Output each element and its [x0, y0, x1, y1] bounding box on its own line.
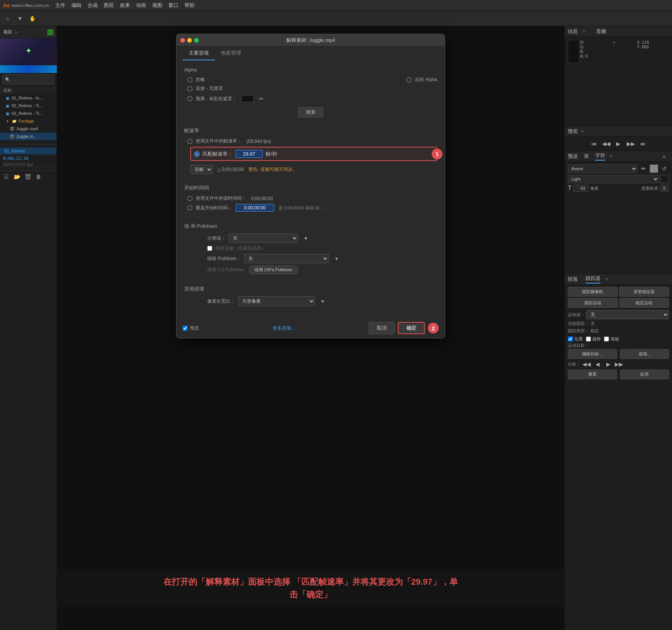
- tracker-section-wrapper: 段落 跟踪器 ≡ 跟踪摄像机 变形稳定器 跟踪运动 稳定运动 运动源： 无 当前…: [565, 274, 672, 381]
- more-options-btn[interactable]: 更多选项...: [273, 325, 295, 332]
- edit-target-btn[interactable]: 编辑目标...: [568, 349, 617, 359]
- rotation-check[interactable]: 旋转: [586, 336, 601, 342]
- menu-file[interactable]: 文件: [55, 2, 65, 9]
- options-btn[interactable]: 选项...: [620, 349, 669, 359]
- pick-matte-color-btn[interactable]: ✏: [257, 94, 266, 103]
- project-item-01[interactable]: ▣ 01_Retime - In...: [0, 94, 57, 102]
- remove-pulldown-select[interactable]: 关: [244, 254, 329, 263]
- project-item-footage[interactable]: ▾ 📁 Footage: [0, 117, 57, 125]
- rotation-checkbox[interactable]: [586, 337, 591, 342]
- tab-main-options[interactable]: 主要选项: [183, 46, 215, 60]
- analyze-fwd-btn[interactable]: ▶: [604, 360, 613, 369]
- position-check[interactable]: 位置: [568, 336, 583, 342]
- preview-checkbox[interactable]: [183, 326, 188, 331]
- apply-btn[interactable]: 应用: [620, 370, 669, 379]
- cancel-btn[interactable]: 取消: [369, 322, 395, 334]
- select-tool[interactable]: ▼: [15, 14, 25, 23]
- font-size-value[interactable]: 43: [573, 185, 589, 192]
- frame-blend-select[interactable]: 丢帧: [190, 165, 213, 174]
- hand-tool[interactable]: ✋: [28, 14, 37, 23]
- delete-btn[interactable]: 🗑: [34, 172, 43, 181]
- new-comp-btn[interactable]: ☷: [2, 172, 11, 181]
- instruction-bar: 在打开的「解释素材」面板中选择 「匹配帧速率」并将其更改为「29.97」，单 击…: [57, 569, 564, 607]
- separate-field-select[interactable]: 关: [229, 234, 298, 243]
- menu-effects[interactable]: 效果: [120, 2, 130, 9]
- warp-stabilizer-btn[interactable]: 变形稳定器: [619, 287, 669, 297]
- preview-last[interactable]: ⏭: [639, 139, 648, 148]
- motion-target-field: 运动目标：: [568, 342, 669, 349]
- menu-compose[interactable]: 合成: [88, 2, 98, 9]
- position-checkbox[interactable]: [568, 337, 573, 342]
- search-box[interactable]: 🔍: [2, 75, 54, 85]
- stabilize-btn[interactable]: 稳定运动: [619, 298, 669, 308]
- preview-first[interactable]: ⏮: [589, 139, 599, 148]
- alpha-ignore-radio[interactable]: [187, 77, 193, 83]
- guess-24pa-btn[interactable]: 猜测 24Pa Pulldown: [249, 265, 298, 274]
- track-camera-btn[interactable]: 跟踪摄像机: [568, 287, 618, 297]
- alpha-invert-radio[interactable]: [406, 77, 412, 83]
- minimize-button[interactable]: [187, 38, 192, 43]
- new-folder-btn[interactable]: 📂: [12, 172, 22, 181]
- menu-window[interactable]: 窗口: [168, 2, 178, 9]
- position-label: 位置: [574, 336, 583, 342]
- project-panel-header: 项目 ≡: [0, 26, 57, 38]
- selected-comp[interactable]: 01_Retime: [0, 148, 57, 154]
- preserve-edge-check[interactable]: [207, 246, 212, 251]
- ok-btn[interactable]: 确定: [398, 322, 425, 334]
- font-name-select[interactable]: Avenir: [568, 164, 637, 173]
- font-style-select[interactable]: Light: [568, 175, 659, 183]
- dialog-title: 解释素材: Juggle.mp4: [286, 37, 335, 44]
- analyze-prev-btn[interactable]: ◀◀: [582, 360, 591, 369]
- menu-view[interactable]: 视图: [152, 2, 162, 9]
- maximize-button[interactable]: [194, 38, 199, 43]
- scale-checkbox[interactable]: [604, 337, 609, 342]
- override-tc-input[interactable]: [236, 204, 274, 212]
- project-item-juggle1[interactable]: 🎬 Juggle.mp4: [0, 125, 57, 133]
- project-item-03[interactable]: ▣ 03_Retime - Ti...: [0, 109, 57, 117]
- expand-btn[interactable]: »: [660, 152, 669, 161]
- close-button[interactable]: [180, 38, 185, 43]
- font-refresh-btn[interactable]: ↺: [660, 164, 669, 173]
- b-label: B:: [580, 49, 612, 54]
- menu-layer[interactable]: 图层: [104, 2, 114, 9]
- preview-next[interactable]: ▶▶: [626, 139, 635, 148]
- fps-input-field[interactable]: 29.97: [236, 150, 263, 158]
- guess-btn[interactable]: 猜测: [298, 107, 323, 118]
- new-item-btn[interactable]: 🎬: [23, 172, 32, 181]
- analyze-end-btn[interactable]: ▶▶: [614, 360, 624, 369]
- font-color-btn[interactable]: ✏: [639, 164, 648, 173]
- menu-animation[interactable]: 动画: [136, 2, 146, 9]
- font-color-swatch[interactable]: [650, 164, 658, 173]
- use-file-fps-item: 使用文件中的帧速率： (59.940 fps): [187, 138, 437, 144]
- match-fps-radio[interactable]: [194, 151, 200, 157]
- font-size-icon: T: [568, 185, 572, 192]
- override-tc-radio[interactable]: [187, 205, 193, 211]
- preview-prev[interactable]: ◀◀: [602, 139, 611, 148]
- font-kerning-value[interactable]: 0: [660, 185, 669, 192]
- home-button[interactable]: ⌂: [3, 14, 12, 23]
- alpha-premultiplied-label: 预乘 - 有彩色遮罩：: [196, 96, 237, 102]
- project-item-02[interactable]: ▣ 02_Retime - Ti...: [0, 102, 57, 109]
- analyze-back-btn[interactable]: ◀: [593, 360, 602, 369]
- a-label: A: 0: [580, 54, 612, 58]
- track-motion-btn[interactable]: 跟踪运动: [568, 298, 618, 308]
- use-source-tc-radio[interactable]: [187, 196, 193, 201]
- menu-edit[interactable]: 编辑: [72, 2, 82, 9]
- tab-color-management[interactable]: 色彩管理: [215, 46, 247, 60]
- alpha-premultiplied-radio[interactable]: [187, 96, 193, 101]
- use-file-fps-radio[interactable]: [187, 139, 193, 144]
- alpha-straight-radio[interactable]: [187, 86, 193, 91]
- reset-btn[interactable]: 重置: [568, 370, 617, 379]
- timecode-radio-group: 使用文件中的源时间码： 0;00;00;00 覆盖开始时间码： 是 0;00;0…: [184, 195, 437, 212]
- frame-blend-row: 丢帧 △ 0;00;30;00 警告: 音频可能不同步。: [184, 165, 437, 174]
- field-section: 场 和 Pulldown 分离场： 关 ▾ 保留边缘（仅最佳品质） 移除 Pul…: [184, 223, 437, 274]
- track-options-row: 位置 旋转 缩放: [568, 336, 669, 342]
- pixel-ratio-select[interactable]: 方形像素: [238, 296, 315, 306]
- time-delta-label: △ 0;00;30;00: [217, 167, 244, 172]
- motion-source-select[interactable]: 无: [586, 310, 669, 319]
- scale-check[interactable]: 缩放: [604, 336, 619, 342]
- menu-help[interactable]: 帮助: [185, 2, 195, 9]
- project-item-juggle2[interactable]: 🎬 Juggle.m...: [0, 133, 57, 140]
- matte-color-swatch[interactable]: [241, 95, 254, 102]
- preview-play[interactable]: ▶: [614, 139, 623, 148]
